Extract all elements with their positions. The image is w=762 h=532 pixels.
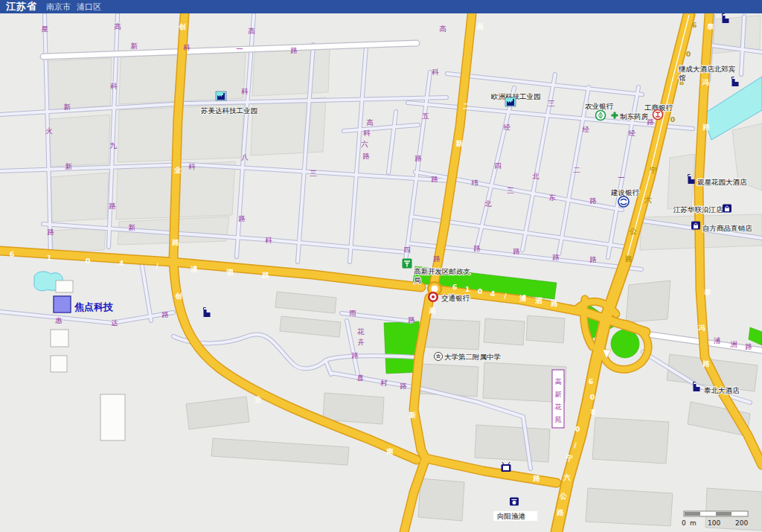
road-name-label: 路 (400, 382, 407, 390)
school-icon[interactable] (435, 353, 443, 361)
company-highlight-label[interactable]: 焦点科技 (74, 301, 114, 313)
road-name-label: 0 (86, 257, 91, 265)
road-name-label: 星 (41, 25, 48, 33)
outlined-building (51, 330, 68, 347)
road-name-label: 惠 (54, 316, 63, 324)
bank-icbc-icon[interactable] (653, 110, 663, 120)
road-name-label: 火 (45, 126, 53, 135)
post-icon[interactable] (403, 259, 412, 269)
road-name-label: 新 (128, 223, 135, 231)
poi-label[interactable]: 高新开发区邮政支 (414, 267, 471, 275)
road-name-label: 路 (625, 254, 633, 263)
road-name-label: 浦 (519, 294, 527, 302)
road-name-label: 宁 (650, 166, 657, 174)
road-name-label: 路 (161, 310, 169, 318)
road-name-label: 路 (433, 254, 441, 263)
road-name-label: 路 (473, 244, 481, 252)
road-name-label: 公 (629, 227, 637, 235)
scale-zero: 0 (682, 519, 686, 527)
road-name-label: 创 (178, 22, 186, 31)
road-name-label: 路 (702, 359, 710, 368)
road-name-label: 路 (172, 238, 179, 246)
map-canvas[interactable]: 星火路高科九路新科一路高科八路新新科三路新科高科六路高科五路经四北三北经二经一路… (0, 0, 762, 532)
road-name-label: 路 (431, 175, 438, 183)
road-name-label: 0 (590, 393, 595, 401)
residential-area-label: 新 (555, 391, 562, 398)
road-name-label: 浦 (190, 265, 198, 273)
road-name-label: 8 (591, 408, 596, 416)
road-name-label: 泰 (706, 22, 714, 31)
road-name-label: 路 (551, 299, 558, 307)
road-name-label: 冯 (698, 324, 705, 332)
road-name-label: 新 (63, 103, 71, 111)
road-name-label: / (574, 441, 577, 449)
road-name-label: 科 (432, 68, 439, 76)
shop-icon[interactable] (723, 205, 731, 213)
poi-label[interactable]: 江苏华联沿江店 (673, 205, 723, 214)
road-name-label: 路 (408, 315, 415, 324)
road-name-label: 六 (361, 140, 368, 148)
poi-label[interactable]: 泰北大酒店 (704, 386, 740, 394)
road-name-label: 6 (10, 250, 15, 258)
road-name-label: 6 (692, 21, 697, 29)
poi-label[interactable]: 苏美达科技工业园 (200, 106, 257, 115)
poi-label[interactable]: 大学第二附属中学 (444, 353, 501, 361)
road-name-label: 路 (702, 123, 710, 131)
road-name-label: 科 (183, 43, 190, 51)
road-name-label: 高 (476, 22, 484, 31)
road-name-label: 新 (65, 162, 72, 170)
road-name-label: 6 (589, 377, 594, 385)
road-name-label: 雨 (349, 309, 356, 317)
poi-label[interactable]: 农业银行 (585, 102, 614, 110)
road-name-label: 业 (173, 166, 182, 174)
highlighted-company-building[interactable] (54, 296, 71, 313)
poi-label[interactable]: 继成大酒店北郊宾 (679, 65, 736, 73)
road-name-label: 路 (262, 271, 269, 279)
poi-label[interactable]: 馆 (679, 74, 686, 82)
roundabout-center (432, 286, 438, 292)
poi-label[interactable]: 建设银行 (610, 188, 640, 196)
road-name-label: 洲 (730, 340, 737, 348)
poi-label[interactable]: 制东药房 (620, 112, 649, 121)
road-name-label: 0 (670, 115, 676, 124)
bank-bocom-icon[interactable] (428, 292, 438, 302)
road-name-label: 泗 (534, 296, 542, 304)
scale-end: 200 (735, 519, 748, 527)
poi-label[interactable]: 观星花园大酒店 (697, 178, 747, 186)
road-name-label: 经 (628, 129, 635, 137)
road-name-label: 路 (745, 342, 752, 350)
poi-label[interactable]: 交通银行 (441, 294, 470, 302)
bank-ccb-icon[interactable] (618, 196, 629, 207)
city-label[interactable]: 南京市 (46, 1, 71, 13)
shop-icon[interactable] (691, 222, 700, 230)
road-name-label: 新 (130, 42, 138, 50)
province-label[interactable]: 江苏省 (6, 0, 37, 13)
road-name-label: 五 (422, 112, 429, 120)
restaurant-icon[interactable] (510, 498, 519, 506)
poi-label[interactable]: 向阳渔港 (497, 512, 526, 520)
road-name-label: 纬 (471, 179, 478, 187)
district-label[interactable]: 浦口区 (77, 1, 101, 13)
factory-icon[interactable] (505, 97, 516, 106)
road-name-label: 北 (532, 172, 540, 180)
road-name-label: 北 (484, 199, 492, 208)
road-name-label: 村 (380, 379, 388, 387)
road-name-label: 南 (386, 447, 394, 455)
road-name-label: 科 (188, 162, 196, 170)
scale-unit: m (690, 519, 697, 527)
road-name-label: 4 (119, 259, 124, 267)
road-name-label: 路 (47, 228, 54, 236)
bank-abc-icon[interactable] (596, 111, 606, 121)
road-name-label: 高 (439, 25, 446, 33)
factory-icon[interactable] (216, 92, 226, 100)
poi-label[interactable]: 局 (414, 276, 421, 284)
poi-label[interactable]: 自方商品直销店 (702, 224, 752, 232)
road-name-label: 路 (533, 474, 540, 482)
road-name-label: 泰 (703, 288, 711, 296)
road-name-label: 一 (236, 45, 243, 53)
road-name-label: 6 (452, 283, 458, 291)
road-name-label: 路 (109, 202, 116, 210)
road-name-label: 冯 (702, 78, 709, 86)
road-name-label: 三 (310, 169, 317, 177)
road-name-label: 达 (111, 318, 118, 327)
